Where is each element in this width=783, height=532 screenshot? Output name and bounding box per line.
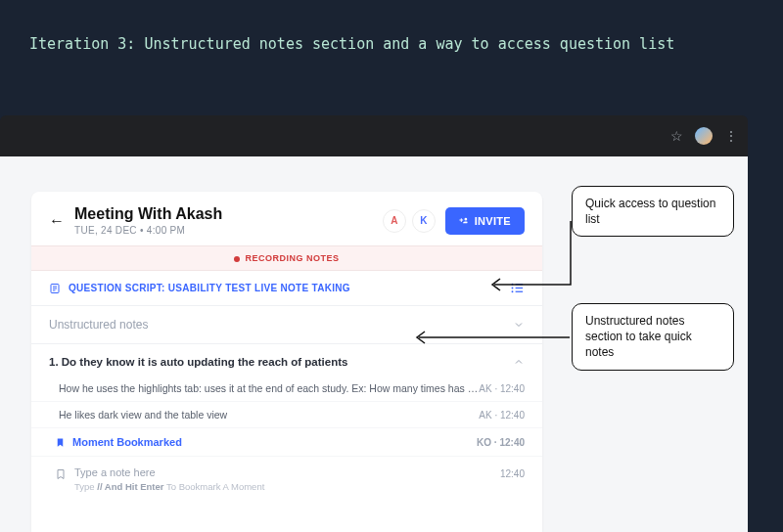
note-text: He likes dark view and the table view <box>59 409 479 421</box>
note-text: How he uses the highlights tab: uses it … <box>59 382 479 394</box>
script-icon <box>49 283 61 294</box>
profile-avatar[interactable] <box>695 127 713 145</box>
bookmark-filled-icon <box>55 437 66 448</box>
note-input-row[interactable]: Type a note here Type // And Hit Enter T… <box>31 457 542 492</box>
bookmark-line[interactable]: Moment Bookmarked KO · 12:40 <box>31 428 542 457</box>
invite-user-icon <box>459 215 470 226</box>
recording-dot-icon <box>234 256 240 262</box>
input-help: Type // And Hit Enter To Bookmark A Mome… <box>74 481 500 492</box>
meeting-card: ← Meeting With Akash TUE, 24 DEC • 4:00 … <box>31 192 542 532</box>
question-text: 1. Do they know it is auto updating the … <box>49 356 513 368</box>
input-time: 12:40 <box>500 468 525 479</box>
bookmark-outline-icon <box>55 468 67 480</box>
connector-line-icon <box>486 221 573 299</box>
recording-label: RECORDING NOTES <box>245 253 339 263</box>
annotation-question-list: Quick access to question list <box>572 186 734 237</box>
bookmark-meta: KO · 12:40 <box>477 437 525 448</box>
avatar-k[interactable]: K <box>412 209 436 233</box>
note-line[interactable]: How he uses the highlights tab: uses it … <box>31 376 542 402</box>
browser-chrome: ☆ ⋮ <box>0 115 748 156</box>
question-script-row[interactable]: QUESTION SCRIPT: USABILITY TEST LIVE NOT… <box>31 271 542 306</box>
participant-avatars: A K <box>383 209 436 233</box>
title-block: Meeting With Akash TUE, 24 DEC • 4:00 PM <box>74 205 383 236</box>
meeting-title: Meeting With Akash <box>74 205 383 223</box>
meeting-subtitle: TUE, 24 DEC • 4:00 PM <box>74 225 383 236</box>
bookmark-star-icon[interactable]: ☆ <box>670 128 683 144</box>
card-header: ← Meeting With Akash TUE, 24 DEC • 4:00 … <box>31 192 542 245</box>
recording-bar: RECORDING NOTES <box>31 245 542 271</box>
browser-menu-icon[interactable]: ⋮ <box>724 128 738 144</box>
note-line[interactable]: He likes dark view and the table view AK… <box>31 402 542 428</box>
note-meta: AK · 12:40 <box>479 410 525 421</box>
note-input[interactable]: Type a note here <box>74 466 500 478</box>
app-viewport: ← Meeting With Akash TUE, 24 DEC • 4:00 … <box>0 156 748 532</box>
iteration-caption: Iteration 3: Unstructured notes section … <box>0 0 783 58</box>
back-arrow-icon[interactable]: ← <box>49 212 65 230</box>
chevron-up-icon <box>513 356 525 368</box>
note-meta: AK · 12:40 <box>479 383 525 394</box>
bookmark-text: Moment Bookmarked <box>72 436 477 448</box>
avatar-a[interactable]: A <box>383 209 406 233</box>
script-label: QUESTION SCRIPT: USABILITY TEST LIVE NOT… <box>69 283 510 293</box>
input-block: Type a note here Type // And Hit Enter T… <box>74 466 500 492</box>
annotation-unstructured: Unstructured notes section to take quick… <box>572 303 734 371</box>
connector-line-icon <box>411 328 572 357</box>
